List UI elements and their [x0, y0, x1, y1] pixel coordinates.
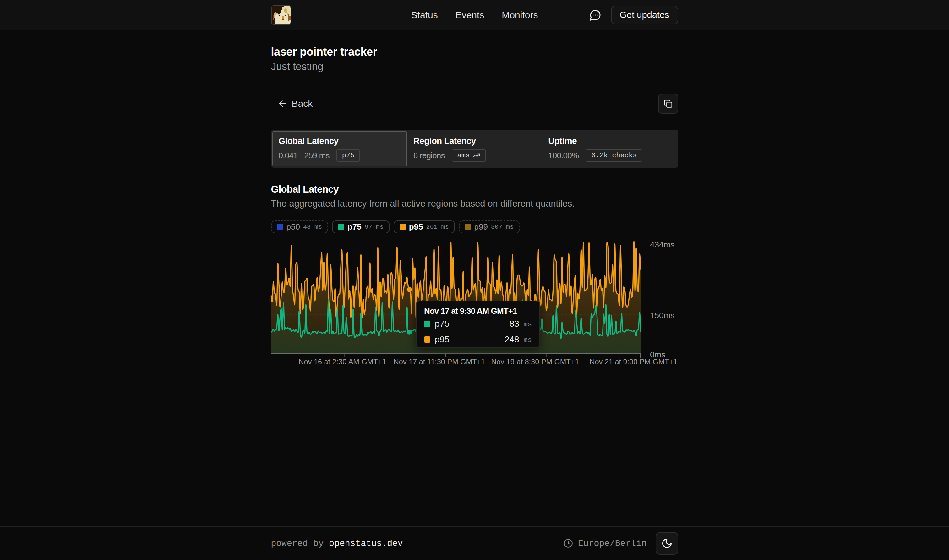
svg-text:Nov 17 at 11:30 PM GMT+1: Nov 17 at 11:30 PM GMT+1 [393, 358, 485, 366]
svg-text:Nov 16 at 2:30 AM GMT+1: Nov 16 at 2:30 AM GMT+1 [298, 358, 386, 366]
svg-text:Nov 21 at 9:00 PM GMT+1: Nov 21 at 9:00 PM GMT+1 [589, 358, 677, 366]
svg-text:434ms: 434ms [650, 240, 674, 249]
svg-text:Nov 19 at 8:30 PM GMT+1: Nov 19 at 8:30 PM GMT+1 [491, 358, 579, 366]
svg-text:150ms: 150ms [650, 311, 674, 320]
